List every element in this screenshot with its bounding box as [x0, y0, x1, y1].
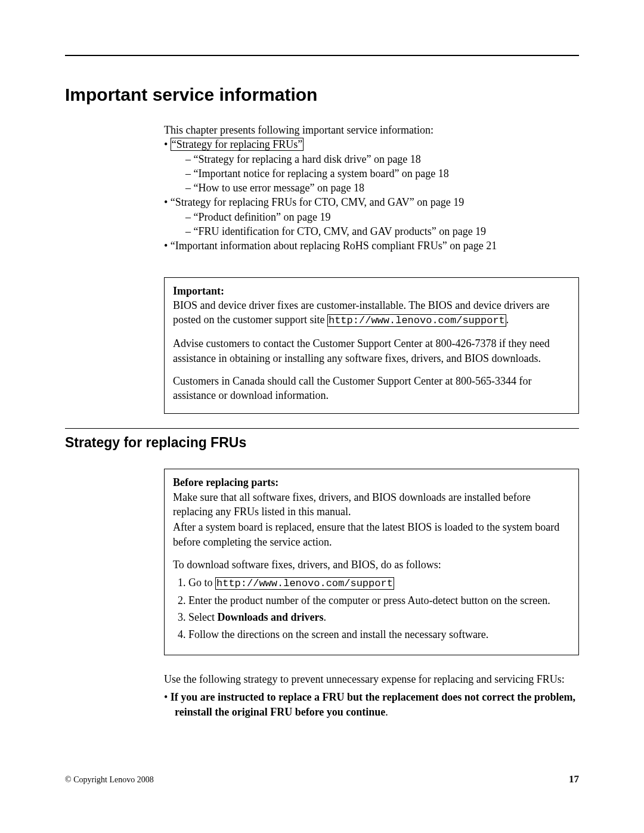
strategy-item: If you are instructed to replace a FRU b… — [164, 690, 579, 719]
toc-subitem: “How to use error message” on page 18 — [175, 181, 579, 195]
document-page: Important service information This chapt… — [0, 0, 644, 833]
important-callout: Important: BIOS and device driver fixes … — [164, 277, 579, 414]
step-item: Go to http://www.lenovo.com/support — [188, 575, 570, 591]
body-column: Before replacing parts: Make sure that a… — [164, 469, 579, 719]
section-rule — [65, 428, 579, 429]
callout-text: After a system board is replaced, ensure… — [173, 520, 570, 549]
section-heading: Strategy for replacing FRUs — [65, 435, 579, 451]
toc-subitem: “FRU identification for CTO, CMV, and GA… — [175, 224, 579, 239]
page-title: Important service information — [65, 85, 579, 105]
toc-link[interactable]: “Strategy for replacing FRUs” — [171, 138, 304, 151]
page-footer: © Copyright Lenovo 2008 17 — [65, 773, 579, 785]
strategy-list: If you are instructed to replace a FRU b… — [164, 690, 579, 719]
toc-list: “Strategy for replacing FRUs” “Strategy … — [164, 137, 579, 253]
step-item: Select Downloads and drivers. — [188, 610, 570, 624]
step-item: Enter the product number of the computer… — [188, 593, 570, 608]
support-link[interactable]: http://www.lenovo.com/support — [215, 577, 394, 590]
callout-text: Advise customers to contact the Customer… — [173, 336, 570, 366]
body-column: This chapter presents following importan… — [164, 123, 579, 414]
toc-subitem: “Important notice for replacing a system… — [175, 166, 579, 181]
callout-text: Customers in Canada should call the Cust… — [173, 374, 570, 403]
step-item: Follow the directions on the screen and … — [188, 627, 570, 642]
top-rule — [65, 55, 579, 56]
callout-label: Before replacing parts: — [173, 476, 278, 488]
toc-subitem: “Strategy for replacing a hard disk driv… — [175, 152, 579, 166]
copyright-text: © Copyright Lenovo 2008 — [65, 775, 154, 785]
strategy-intro: Use the following strategy to prevent un… — [164, 672, 579, 686]
toc-subitem: “Product definition” on page 19 — [175, 210, 579, 224]
callout-text: Make sure that all software fixes, drive… — [173, 491, 531, 518]
toc-item: “Important information about replacing R… — [164, 239, 579, 253]
intro-paragraph: This chapter presents following importan… — [164, 123, 579, 137]
callout-label: Important: — [173, 285, 224, 297]
page-number: 17 — [569, 773, 579, 785]
callout-text: To download software fixes, drivers, and… — [173, 558, 570, 572]
support-link[interactable]: http://www.lenovo.com/support — [327, 314, 506, 327]
before-parts-callout: Before replacing parts: Make sure that a… — [164, 469, 579, 655]
toc-item: “Strategy for replacing FRUs” “Strategy … — [164, 137, 579, 195]
steps-list: Go to http://www.lenovo.com/support Ente… — [173, 575, 570, 642]
toc-item: “Strategy for replacing FRUs for CTO, CM… — [164, 195, 579, 239]
